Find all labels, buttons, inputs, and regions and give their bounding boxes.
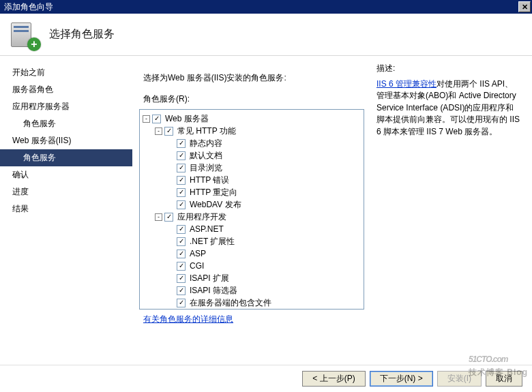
collapse-icon[interactable]: - xyxy=(155,127,162,135)
tree-node-label: ISAPI 筛选器 xyxy=(188,284,239,297)
sidebar-step[interactable]: 进度 xyxy=(0,183,132,200)
cancel-button[interactable]: 取消 xyxy=(486,371,522,387)
sidebar-step[interactable]: 应用程序服务器 xyxy=(0,98,132,115)
checkbox[interactable] xyxy=(177,250,186,258)
sidebar-step[interactable]: 开始之前 xyxy=(0,64,132,81)
description-link[interactable]: IIS 6 管理兼容性 xyxy=(376,79,437,89)
close-icon[interactable]: ✕ xyxy=(518,1,531,12)
checkbox[interactable] xyxy=(177,286,186,295)
checkbox[interactable] xyxy=(152,115,161,123)
tree-node[interactable]: ASP.NET xyxy=(143,223,364,235)
tree-node-label: .NET 扩展性 xyxy=(188,235,236,248)
collapse-icon[interactable]: - xyxy=(143,115,150,123)
checkbox[interactable] xyxy=(177,176,186,185)
tree-node-label: 在服务器端的包含文件 xyxy=(188,297,273,310)
tree-node[interactable]: .NET 扩展性 xyxy=(143,235,364,247)
tree-node-label: 目录浏览 xyxy=(188,162,224,175)
sidebar-step[interactable]: Web 服务器(IIS) xyxy=(0,132,132,149)
checkbox[interactable] xyxy=(177,200,186,209)
checkbox[interactable] xyxy=(164,127,173,136)
checkbox[interactable] xyxy=(177,151,186,160)
tree-node[interactable]: ISAPI 扩展 xyxy=(143,272,364,284)
page-title: 选择角色服务 xyxy=(49,27,115,42)
sidebar-step[interactable]: 角色服务 xyxy=(0,115,132,132)
checkbox[interactable] xyxy=(177,237,186,246)
tree-node-label: 应用程序开发 xyxy=(176,211,228,224)
tree-node-label: Web 服务器 xyxy=(164,112,210,125)
checkbox[interactable] xyxy=(177,139,186,148)
tree-node[interactable]: ASP xyxy=(143,247,364,260)
description-heading: 描述: xyxy=(376,63,521,74)
tree-node-label: CGI xyxy=(188,260,205,271)
checkbox[interactable] xyxy=(177,225,186,234)
tree-node[interactable]: 在服务器端的包含文件 xyxy=(143,297,364,309)
wizard-steps-sidebar: 开始之前服务器角色应用程序服务器角色服务Web 服务器(IIS)角色服务确认进度… xyxy=(0,56,136,365)
checkbox[interactable] xyxy=(177,262,186,271)
tree-node[interactable]: WebDAV 发布 xyxy=(143,198,364,211)
tree-node-label: HTTP 错误 xyxy=(188,174,231,187)
checkbox[interactable] xyxy=(164,213,173,222)
checkbox[interactable] xyxy=(177,299,186,307)
description-panel: 描述: IIS 6 管理兼容性对使用两个 IIS API、管理基本对象(ABO)… xyxy=(364,63,524,325)
sidebar-step[interactable]: 确认 xyxy=(0,166,132,183)
checkbox[interactable] xyxy=(177,274,186,283)
tree-node[interactable]: -常见 HTTP 功能 xyxy=(143,125,364,137)
tree-node[interactable]: HTTP 错误 xyxy=(143,174,364,186)
tree-node[interactable]: CGI xyxy=(143,260,364,272)
tree-node-label: HTTP 重定向 xyxy=(188,186,239,199)
sidebar-step[interactable]: 结果 xyxy=(0,200,132,217)
description-body: IIS 6 管理兼容性对使用两个 IIS API、管理基本对象(ABO)和 Ac… xyxy=(376,78,521,138)
tree-node[interactable]: -应用程序开发 xyxy=(143,211,364,223)
tree-node-label: 默认文档 xyxy=(188,149,224,162)
prev-button[interactable]: < 上一步(P) xyxy=(302,371,365,387)
more-info-link[interactable]: 有关角色服务的详细信息 xyxy=(139,310,364,325)
tree-node-label: 常见 HTTP 功能 xyxy=(176,125,237,138)
checkbox[interactable] xyxy=(177,188,186,197)
titlebar: 添加角色向导 ✕ xyxy=(0,0,532,14)
tree-node-label: WebDAV 发布 xyxy=(188,198,243,211)
role-services-tree[interactable]: -Web 服务器-常见 HTTP 功能静态内容默认文档目录浏览HTTP 错误HT… xyxy=(139,109,364,310)
tree-node-label: ISAPI 扩展 xyxy=(188,272,231,285)
tree-node[interactable]: 目录浏览 xyxy=(143,162,364,174)
tree-node-label: 静态内容 xyxy=(188,137,224,150)
tree-node[interactable]: ISAPI 筛选器 xyxy=(143,284,364,297)
sidebar-step[interactable]: 角色服务 xyxy=(0,149,132,166)
sidebar-step[interactable]: 服务器角色 xyxy=(0,81,132,98)
tree-node-label: ASP xyxy=(188,248,207,259)
tree-node[interactable]: 静态内容 xyxy=(143,137,364,149)
tree-node[interactable]: -Web 服务器 xyxy=(143,112,364,125)
install-button: 安装(I) xyxy=(437,371,482,387)
instruction-text: 选择为Web 服务器(IIS)安装的角色服务: 角色服务(R): xyxy=(139,63,364,105)
wizard-buttons: < 上一步(P) 下一步(N) > 安装(I) 取消 xyxy=(0,365,532,392)
collapse-icon[interactable]: - xyxy=(155,213,162,221)
wizard-header: + 选择角色服务 xyxy=(0,14,532,56)
wizard-icon: + xyxy=(10,20,40,50)
tree-node[interactable]: 默认文档 xyxy=(143,149,364,162)
checkbox[interactable] xyxy=(177,164,186,172)
tree-node-label: ASP.NET xyxy=(188,224,225,235)
window-title: 添加角色向导 xyxy=(4,1,518,13)
tree-node[interactable]: HTTP 重定向 xyxy=(143,186,364,198)
next-button[interactable]: 下一步(N) > xyxy=(370,371,433,387)
